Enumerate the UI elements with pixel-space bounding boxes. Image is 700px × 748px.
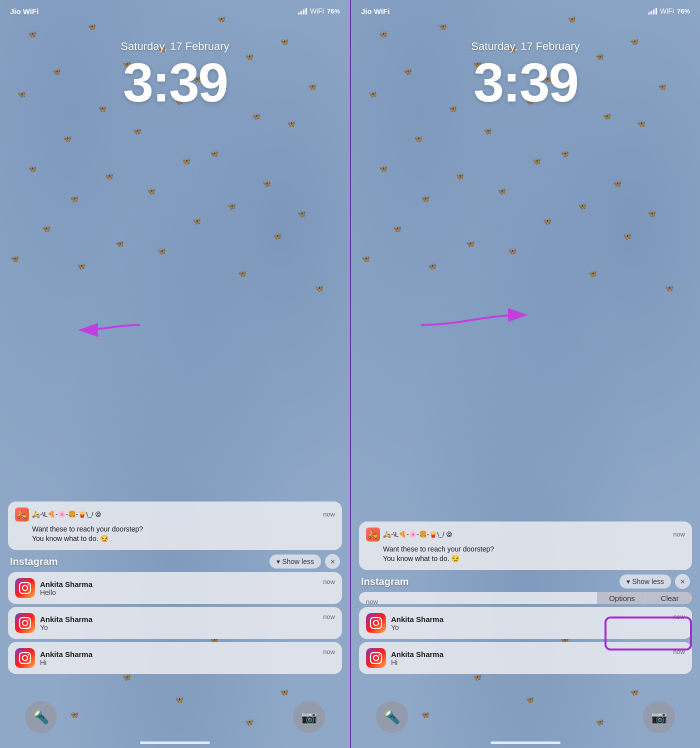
instagram-svg-0-left <box>19 582 31 594</box>
flashlight-btn-right[interactable]: 🔦 <box>376 701 408 733</box>
instagram-icon-0-right <box>366 613 386 633</box>
instagram-notif-content-0-left: Ankita Sharma Hello <box>40 580 335 596</box>
swipe-row-right: now Options Clear <box>359 592 692 604</box>
signal-bars-right <box>648 8 657 14</box>
chevron-down-icon-left: ▾ <box>276 558 280 566</box>
right-phone-panel: 🦋 🦋 🦋 🦋 🦋 🦋 🦋 🦋 🦋 🦋 🦋 🦋 🦋 🦋 🦋 🦋 🦋 🦋 🦋 🦋 … <box>350 0 700 748</box>
instagram-time-0-right: now <box>673 613 685 620</box>
instagram-time-1-right: now <box>673 648 685 656</box>
food-emoji-title-right: 🛵-\L🍕-🌸-🍔-🍟\_/ 🏵 <box>383 530 452 538</box>
instagram-sender-1-left: Ankita Sharma <box>40 615 335 624</box>
show-less-btn-right[interactable]: ▾ Show less <box>620 574 671 588</box>
instagram-icon-0-left <box>15 578 35 598</box>
instagram-time-0-left: now <box>323 578 335 586</box>
battery-left: 76% <box>327 8 340 15</box>
notifications-area-left: 🛵 🛵-\L🍕-🌸-🍔-🍟\_/ 🏵 now Want these to rea… <box>8 502 342 678</box>
notifications-area-right: 🛵 🛵-\L🍕-🌸-🍔-🍟\_/ 🏵 now Want these to rea… <box>359 522 692 678</box>
instagram-notif-content-2-left: Ankita Sharma Hi <box>40 650 335 666</box>
instagram-sender-0-right: Ankita Sharma <box>391 615 685 624</box>
clock-area-left: Saturday, 17 February 3:39 <box>0 40 350 110</box>
carrier-left: Jio WiFi <box>10 7 38 16</box>
instagram-group-controls-right: ▾ Show less ✕ <box>620 574 690 589</box>
camera-btn-left[interactable]: 📷 <box>293 701 325 733</box>
bottom-controls-right: 🔦 📷 <box>351 701 700 733</box>
swipe-notif-time-right: now <box>366 598 378 604</box>
food-notif-body-right: Want these to reach your doorstep? You k… <box>383 544 685 564</box>
instagram-time-1-left: now <box>323 613 335 620</box>
instagram-notif-content-1-left: Ankita Sharma Yo <box>40 615 335 632</box>
food-notif-time-right: now <box>673 530 685 538</box>
status-icons-right: WiFi 76% <box>648 7 690 15</box>
swiped-notif-right[interactable]: now <box>359 592 597 604</box>
instagram-svg-1-left <box>19 617 31 629</box>
food-notif-right[interactable]: 🛵 🛵-\L🍕-🌸-🍔-🍟\_/ 🏵 now Want these to rea… <box>359 522 692 570</box>
signal-bar-3 <box>303 10 304 14</box>
battery-right: 76% <box>677 8 690 15</box>
status-bar-right: Jio WiFi WiFi 76% <box>351 0 700 22</box>
show-less-label-left: Show less <box>282 558 314 566</box>
signal-bar-r3 <box>653 10 654 14</box>
instagram-sender-0-left: Ankita Sharma <box>40 580 335 588</box>
close-icon-right: ✕ <box>680 578 686 586</box>
options-label-right: Options <box>609 594 635 602</box>
instagram-message-0-left: Hello <box>40 588 335 596</box>
camera-btn-right[interactable]: 📷 <box>643 701 675 733</box>
instagram-notif-item-1-left[interactable]: Ankita Sharma Yo now <box>8 607 342 639</box>
instagram-svg-0-right <box>370 617 382 629</box>
instagram-svg-2-left <box>19 652 31 664</box>
food-app-icon-right: 🛵 <box>366 528 380 542</box>
food-notif-header-right: 🛵 🛵-\L🍕-🌸-🍔-🍟\_/ 🏵 now <box>366 528 685 542</box>
instagram-icon-1-left <box>15 613 35 633</box>
clear-button-right[interactable]: Clear <box>647 592 692 604</box>
signal-bar-2 <box>300 11 302 14</box>
instagram-group-header-left: Instagram ▾ Show less ✕ <box>8 554 342 569</box>
signal-bar-1 <box>298 12 300 14</box>
instagram-group-header-right: Instagram ▾ Show less ✕ <box>359 574 692 589</box>
signal-bar-r1 <box>648 12 650 14</box>
food-app-icon-left: 🛵 <box>15 508 29 522</box>
left-phone-panel: 🦋 🦋 🦋 🦋 🦋 🦋 🦋 🦋 🦋 🦋 🦋 🦋 🦋 🦋 🦋 🦋 🦋 🦋 🦋 🦋 … <box>0 0 350 748</box>
instagram-message-0-right: Yo <box>391 624 685 632</box>
instagram-message-2-left: Hi <box>40 658 335 666</box>
instagram-label-right: Instagram <box>361 576 409 588</box>
food-notif-app-row-right: 🛵 🛵-\L🍕-🌸-🍔-🍟\_/ 🏵 <box>366 528 452 542</box>
home-indicator-left <box>140 742 210 744</box>
signal-bar-r4 <box>656 8 657 14</box>
instagram-notif-item-0-right[interactable]: Ankita Sharma Yo now <box>359 607 692 639</box>
instagram-time-2-left: now <box>323 648 335 656</box>
food-notif-time-left: now <box>323 510 335 518</box>
instagram-notif-item-1-right[interactable]: Ankita Sharma Hi now <box>359 642 692 674</box>
instagram-message-1-left: Yo <box>40 624 335 632</box>
time-right: 3:39 <box>351 55 700 110</box>
close-btn-right[interactable]: ✕ <box>675 574 690 589</box>
instagram-group-right: Instagram ▾ Show less ✕ now <box>359 574 692 674</box>
food-emoji-title-left: 🛵-\L🍕-🌸-🍔-🍟\_/ 🏵 <box>32 510 102 518</box>
chevron-down-icon-right: ▾ <box>626 578 630 586</box>
wifi-icon-left: WiFi <box>310 7 324 15</box>
instagram-notif-item-2-left[interactable]: Ankita Sharma Hi now <box>8 642 342 674</box>
food-notif-left[interactable]: 🛵 🛵-\L🍕-🌸-🍔-🍟\_/ 🏵 now Want these to rea… <box>8 502 342 550</box>
instagram-icon-1-right <box>366 648 386 668</box>
instagram-group-controls-left: ▾ Show less ✕ <box>270 554 340 569</box>
instagram-message-1-right: Hi <box>391 658 685 666</box>
food-notif-app-row-left: 🛵 🛵-\L🍕-🌸-🍔-🍟\_/ 🏵 <box>15 508 102 522</box>
instagram-notif-item-0-left[interactable]: Ankita Sharma Hello now <box>8 572 342 604</box>
carrier-right: Jio WiFi <box>361 7 390 16</box>
status-icons-left: WiFi 76% <box>298 7 340 15</box>
instagram-icon-2-left <box>15 648 35 668</box>
instagram-group-left: Instagram ▾ Show less ✕ <box>8 554 342 674</box>
signal-bar-4 <box>306 8 307 14</box>
home-indicator-right <box>490 742 560 744</box>
instagram-sender-1-right: Ankita Sharma <box>391 650 685 658</box>
instagram-notif-content-0-right: Ankita Sharma Yo <box>391 615 685 632</box>
instagram-svg-1-right <box>370 652 382 664</box>
flashlight-btn-left[interactable]: 🔦 <box>25 701 57 733</box>
instagram-sender-2-left: Ankita Sharma <box>40 650 335 658</box>
signal-bars-left <box>298 8 307 14</box>
options-button-right[interactable]: Options <box>597 592 647 604</box>
close-btn-left[interactable]: ✕ <box>325 554 340 569</box>
status-bar-left: Jio WiFi WiFi 76% <box>0 0 350 22</box>
close-icon-left: ✕ <box>330 558 336 566</box>
show-less-btn-left[interactable]: ▾ Show less <box>270 554 321 568</box>
instagram-label-left: Instagram <box>10 556 58 568</box>
